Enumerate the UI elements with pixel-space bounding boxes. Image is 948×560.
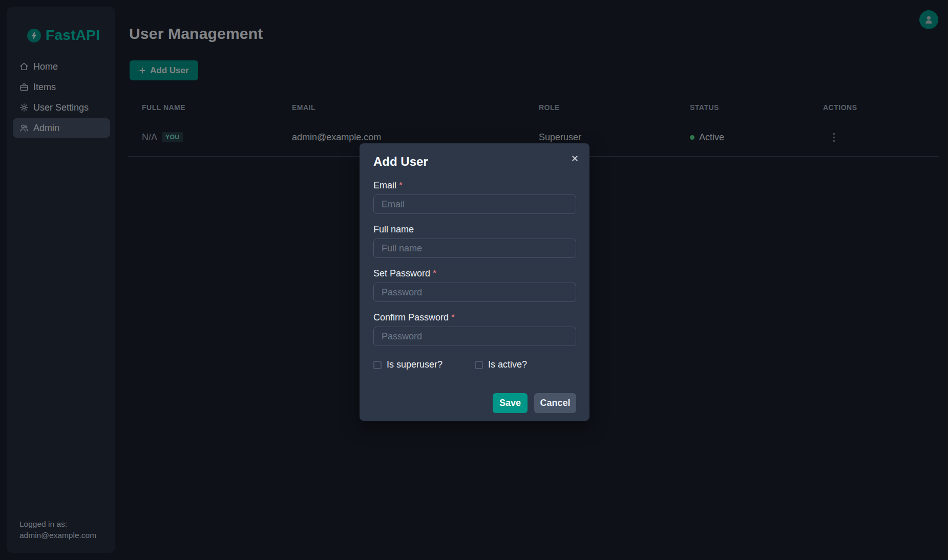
checkbox-icon	[373, 361, 382, 369]
cancel-button[interactable]: Cancel	[534, 393, 576, 413]
full-name-field-group: Full name	[373, 224, 576, 258]
modal-footer: Save Cancel	[373, 393, 576, 413]
modal-form: Email* Full name Set Password* Confirm P…	[373, 180, 576, 346]
email-input[interactable]	[373, 195, 576, 214]
is-superuser-label: Is superuser?	[387, 359, 443, 370]
password-input[interactable]	[373, 283, 576, 302]
checkbox-row: Is superuser? Is active?	[373, 359, 576, 370]
close-icon	[571, 155, 579, 162]
is-superuser-checkbox[interactable]: Is superuser?	[373, 359, 475, 370]
email-label: Email	[373, 180, 396, 190]
required-asterisk: *	[399, 180, 403, 190]
confirm-password-label: Confirm Password	[373, 312, 449, 322]
modal-title: Add User	[373, 156, 576, 168]
full-name-input[interactable]	[373, 239, 576, 258]
required-asterisk: *	[433, 268, 436, 278]
required-asterisk: *	[451, 312, 455, 322]
set-password-field-group: Set Password*	[373, 268, 576, 302]
save-button[interactable]: Save	[493, 393, 528, 413]
is-active-label: Is active?	[488, 359, 527, 370]
checkbox-icon	[475, 361, 483, 369]
confirm-password-input[interactable]	[373, 327, 576, 346]
email-field-group: Email*	[373, 180, 576, 214]
set-password-label: Set Password	[373, 268, 430, 278]
is-active-checkbox[interactable]: Is active?	[475, 359, 576, 370]
confirm-password-field-group: Confirm Password*	[373, 312, 576, 346]
add-user-modal: Add User Email* Full name Set Password*	[360, 143, 589, 421]
full-name-label: Full name	[373, 224, 414, 234]
close-button[interactable]	[566, 150, 583, 166]
